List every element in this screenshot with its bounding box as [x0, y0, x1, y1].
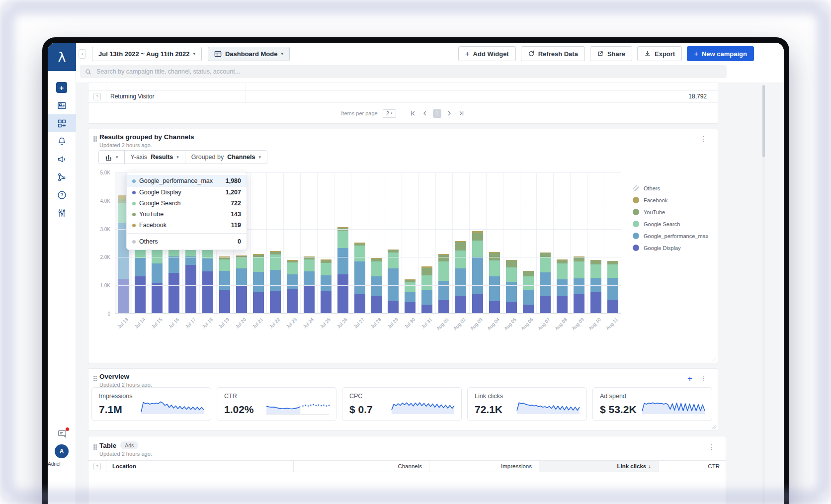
legend-item-others[interactable]: Others	[633, 185, 708, 191]
table-row[interactable]: ? Returning Visitor 18,792	[88, 91, 718, 103]
new-campaign-button[interactable]: + New campaign	[687, 46, 754, 61]
resize-handle[interactable]	[711, 356, 716, 361]
add-widget-button[interactable]: + Add Widget	[458, 46, 516, 61]
bar-slot-jul-21[interactable]	[250, 172, 267, 313]
bar-slot-jul-29[interactable]	[385, 172, 402, 313]
bar-slot-jul-25[interactable]	[318, 172, 334, 313]
legend-item-google-performance-max[interactable]: Google_performance_max	[633, 233, 708, 239]
legend-item-facebook[interactable]: Facebook	[633, 197, 708, 203]
bar-segment-google-display	[236, 286, 247, 313]
bar-slot-aug-04[interactable]	[487, 172, 503, 313]
tooltip-row: Facebook119	[127, 220, 247, 231]
bar-slot-aug-02[interactable]	[453, 172, 470, 313]
metric-card-cpc[interactable]: CPC$ 0.7	[342, 387, 462, 421]
yaxis-selector[interactable]: Y-axis Results ▾	[124, 150, 185, 164]
stacked-bar	[421, 266, 432, 313]
sidebar-item-add[interactable]: +	[48, 79, 76, 96]
metric-card-link-clicks[interactable]: Link clicks72.1K	[467, 387, 587, 421]
bar-slot-aug-07[interactable]	[537, 172, 554, 313]
current-page[interactable]: 1	[433, 109, 441, 118]
bar-slot-aug-01[interactable]	[436, 172, 453, 313]
legend-swatch	[633, 221, 639, 227]
gridline	[115, 285, 621, 286]
last-page-button[interactable]	[457, 109, 465, 117]
first-page-button[interactable]	[409, 109, 417, 117]
column-header-location[interactable]: Location	[106, 461, 293, 472]
metric-card-ad-spend[interactable]: Ad spend$ 53.2K	[592, 387, 712, 421]
bar-slot-jul-22[interactable]	[267, 172, 284, 313]
column-header-link-clicks[interactable]: Link clicks↓	[539, 461, 658, 472]
prev-page-button[interactable]	[421, 109, 429, 117]
chevron-down-icon: ▾	[116, 155, 118, 160]
sidebar-item-report[interactable]	[48, 96, 76, 114]
bar-segment-google-performance-max	[421, 290, 432, 305]
bar-slot-jul-27[interactable]	[351, 172, 368, 313]
metric-card-impressions[interactable]: Impressions7.1M	[91, 387, 211, 421]
x-tick-text: Aug 09	[571, 317, 585, 331]
bar-slot-aug-08[interactable]	[554, 172, 571, 313]
series-name: YouTube	[139, 211, 227, 218]
column-header-impressions[interactable]: Impressions	[429, 461, 539, 472]
column-header-channels[interactable]: Channels	[293, 461, 429, 472]
scrollbar[interactable]	[762, 85, 765, 504]
column-header-ctr[interactable]: CTR	[658, 461, 727, 472]
sidebar-item-settings[interactable]	[48, 204, 76, 222]
widget-title: Results grouped by Channels	[99, 133, 194, 141]
user-avatar[interactable]: A	[55, 444, 69, 458]
x-tick-text: Aug 11	[604, 317, 619, 331]
screenshot-canvas: λ +	[0, 0, 831, 504]
sidebar-item-integrations[interactable]	[48, 168, 76, 186]
bar-segment-google-performance-max	[574, 278, 584, 294]
pagination: Items per page 2 ▾ 1	[88, 103, 718, 124]
widget-menu-button[interactable]: ⋮	[698, 135, 710, 143]
widget-menu-button[interactable]: ⋮	[706, 443, 718, 451]
sidebar-item-campaigns[interactable]	[48, 150, 76, 168]
sidebar-item-notifications[interactable]	[48, 132, 76, 150]
date-range-selector[interactable]: Jul 13th 2022 ~ Aug 11th 2022 ▾	[92, 47, 202, 61]
legend-item-youtube[interactable]: YouTube	[633, 209, 708, 215]
bar-slot-aug-09[interactable]	[571, 172, 587, 313]
widget-menu-button[interactable]: ⋮	[698, 374, 710, 382]
legend-item-google-search[interactable]: Google Search	[633, 221, 708, 227]
export-button[interactable]: Export	[637, 46, 682, 61]
add-metric-button[interactable]: +	[687, 374, 692, 384]
series-value: 143	[231, 211, 241, 218]
chat-button[interactable]	[48, 428, 76, 438]
drag-handle[interactable]	[93, 136, 97, 142]
drag-handle[interactable]	[93, 444, 97, 450]
resize-handle[interactable]	[711, 424, 716, 429]
y-axis-tick: 1.0K	[88, 283, 110, 288]
bar-slot-jul-30[interactable]	[402, 172, 419, 313]
chart-type-selector[interactable]: ▾	[98, 150, 125, 164]
help-tooltip-icon[interactable]: ?	[93, 93, 101, 100]
metric-card-ctr[interactable]: CTR1.02%	[217, 387, 336, 421]
items-per-page-select[interactable]: 2 ▾	[383, 109, 396, 118]
bar-slot-jul-26[interactable]	[334, 172, 351, 313]
x-tick-text: Jul 31	[420, 317, 433, 330]
groupby-selector[interactable]: Grouped by Channels ▾	[185, 150, 267, 164]
next-page-button[interactable]	[445, 109, 453, 117]
bar-slot-aug-10[interactable]	[587, 172, 604, 313]
dashboard-mode-selector[interactable]: Dashboard Mode ▾	[208, 47, 290, 61]
scrollbar-thumb[interactable]	[762, 85, 765, 157]
sidebar-item-dashboard[interactable]	[48, 114, 76, 132]
bar-slot-jul-23[interactable]	[284, 172, 301, 313]
search-input[interactable]	[95, 68, 722, 76]
sidebar-item-help[interactable]	[48, 186, 76, 204]
bar-slot-aug-11[interactable]	[604, 172, 621, 313]
help-tooltip-icon[interactable]: ?	[93, 463, 101, 470]
bar-slot-aug-05[interactable]	[503, 172, 520, 313]
bar-slot-aug-03[interactable]	[470, 172, 487, 313]
refresh-data-button[interactable]: Refresh Data	[521, 46, 585, 61]
share-button[interactable]: Share	[590, 46, 632, 61]
bar-slot-jul-31[interactable]	[419, 172, 436, 313]
legend-item-google-display[interactable]: Google Display	[633, 245, 708, 251]
bar-slot-aug-06[interactable]	[520, 172, 537, 313]
legend-label: Others	[644, 185, 660, 191]
bar-segment-google-performance-max	[152, 263, 163, 283]
bar-slot-jul-24[interactable]	[301, 172, 318, 313]
search-bar[interactable]	[80, 65, 727, 78]
collapse-sidebar-button[interactable]: ›	[79, 49, 86, 59]
drag-handle[interactable]	[93, 376, 97, 382]
bar-slot-jul-28[interactable]	[368, 172, 385, 313]
